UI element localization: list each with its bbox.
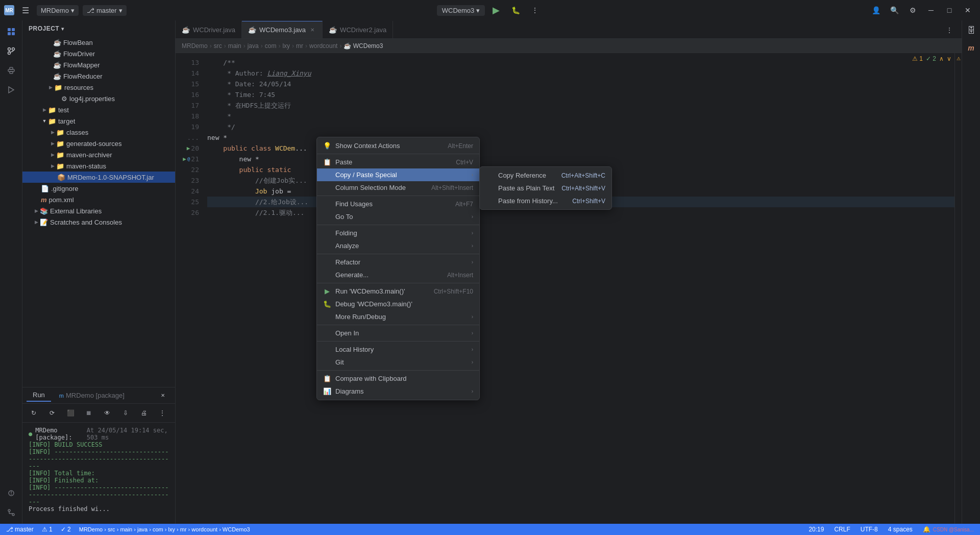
menu-folding[interactable]: Folding ›	[317, 227, 479, 239]
print-icon[interactable]: 🖨	[136, 405, 152, 421]
tab-wcdemo3-close[interactable]: ✕	[309, 27, 316, 34]
status-warnings[interactable]: ✓ 2	[59, 526, 73, 533]
tab-more-icon[interactable]: ⋮	[941, 22, 958, 38]
submenu-copy-reference[interactable]: Copy Reference Ctrl+Alt+Shift+C	[480, 169, 611, 182]
submenu-paste-plain[interactable]: Paste as Plain Text Ctrl+Alt+Shift+V	[480, 182, 611, 194]
scroll-to-end-icon[interactable]: ⇩	[117, 405, 134, 421]
tab-wcdriver2[interactable]: ☕ WCDriver2.java	[323, 21, 393, 38]
minimize-button[interactable]: ─	[923, 2, 939, 18]
tree-item-jar[interactable]: 📦 MRDemo-1.0-SNAPSHOT.jar	[22, 172, 175, 183]
code-content[interactable]: /** * Author: Liang_Xinyu * Date: 24/05/…	[201, 53, 962, 524]
breadcrumb-com[interactable]: com	[265, 42, 277, 50]
status-branch[interactable]: ⎇ master	[4, 526, 36, 533]
status-line-ending[interactable]: CRLF	[832, 526, 852, 533]
status-errors[interactable]: ⚠ 1	[40, 526, 55, 533]
tree-item-log4j[interactable]: ⚙ log4j.properties	[22, 93, 175, 104]
status-encoding[interactable]: UTF-8	[859, 526, 880, 533]
menu-copy-paste-special[interactable]: Copy / Paste Special › Copy Reference Ct…	[317, 168, 479, 181]
run-tab[interactable]: Run	[27, 389, 51, 402]
menu-refactor[interactable]: Refactor ›	[317, 256, 479, 269]
activity-run-icon[interactable]	[2, 81, 20, 99]
status-indent[interactable]: 4 spaces	[886, 526, 915, 533]
activity-plugins-icon[interactable]	[2, 61, 20, 80]
tree-item-target[interactable]: ▼ 📁 target	[22, 115, 175, 127]
profile-icon[interactable]: 👤	[868, 2, 884, 18]
menu-git[interactable]: Git ›	[317, 356, 479, 369]
menu-paste[interactable]: 📋 Paste Ctrl+V	[317, 156, 479, 168]
breadcrumb-java[interactable]: java	[248, 42, 259, 50]
tree-item-generated-sources[interactable]: ▶ 📁 generated-sources	[22, 138, 175, 149]
tree-item-flowdriver[interactable]: ☕ FlowDriver	[22, 48, 175, 59]
project-selector[interactable]: MRDemo ▾	[37, 5, 79, 16]
menu-show-context-actions[interactable]: 💡 Show Context Actions Alt+Enter	[317, 139, 479, 152]
activity-vcs-icon[interactable]	[2, 42, 20, 60]
toggle-output-icon[interactable]: 👁	[99, 405, 115, 421]
more-actions-button[interactable]: ⋮	[527, 2, 543, 18]
settings-button[interactable]: ⚙	[904, 2, 921, 18]
tree-item-flowmapper[interactable]: ☕ FlowMapper	[22, 59, 175, 70]
breadcrumb-src[interactable]: src	[214, 42, 222, 50]
breadcrumb-mrdemo[interactable]: MRDemo	[182, 42, 208, 50]
menu-diagrams[interactable]: 📊 Diagrams ›	[317, 385, 479, 398]
rerun-failed-button[interactable]: ⟳	[44, 405, 60, 421]
tree-item-gitignore[interactable]: 📄 .gitignore	[22, 183, 175, 194]
status-breadcrumb[interactable]: MRDemo › src › main › java › com › lxy ›…	[77, 526, 252, 532]
tree-item-resources[interactable]: ▶ 📁 resources	[22, 82, 175, 93]
rerun-button[interactable]: ↻	[26, 405, 42, 421]
tree-item-maven-status[interactable]: ▶ 📁 maven-status	[22, 160, 175, 172]
tab-wcdemo3[interactable]: ☕ WCDemo3.java ✕	[242, 21, 323, 38]
run-button[interactable]: ▶	[488, 2, 504, 18]
menu-analyze[interactable]: Analyze ›	[317, 239, 479, 252]
code-editor[interactable]: 13 14 15 16 17 18 19 ... ▶20 ▶ @21 22 23…	[176, 53, 962, 524]
tree-item-maven-archiver[interactable]: ▶ 📁 maven-archiver	[22, 149, 175, 160]
tree-item-flowbean[interactable]: ☕ FlowBean	[22, 37, 175, 48]
status-notification-icon: 🔔	[923, 526, 930, 533]
breadcrumb-wcdemo3[interactable]: ☕ WCDemo3	[344, 42, 383, 50]
stop-button-2[interactable]: ⏹	[81, 405, 97, 421]
tab-wcdriver[interactable]: ☕ WCDriver.java	[176, 21, 242, 38]
debug-button[interactable]: 🐛	[507, 2, 524, 18]
menu-more-run-debug[interactable]: More Run/Debug ›	[317, 310, 479, 323]
status-branch-icon: ⎇	[6, 526, 13, 533]
branch-selector[interactable]: ⎇ master ▾	[83, 5, 127, 16]
maximize-button[interactable]: □	[941, 2, 958, 18]
menu-go-to[interactable]: Go To ›	[317, 210, 479, 223]
activity-debug-icon[interactable]	[2, 484, 20, 502]
breadcrumb-lxy[interactable]: lxy	[282, 42, 290, 50]
breadcrumb-wordcount[interactable]: wordcount	[309, 42, 337, 50]
more-options-icon[interactable]: ⋮	[154, 405, 170, 421]
database-icon[interactable]: 🗄	[963, 22, 979, 39]
status-line-ending-text: CRLF	[834, 526, 850, 533]
status-notification[interactable]: 🔔 CSDN @Sanisa...	[921, 526, 976, 533]
nav-up[interactable]: ∧	[939, 55, 944, 62]
nav-down[interactable]: ∨	[947, 55, 951, 62]
stop-button[interactable]: ⬛	[62, 405, 79, 421]
tree-item-pom[interactable]: m pom.xml	[22, 194, 175, 205]
tree-item-test[interactable]: ▶ 📁 test	[22, 104, 175, 115]
submenu-paste-history[interactable]: Paste from History... Ctrl+Shift+V	[480, 194, 611, 207]
tree-item-scratches[interactable]: ▶ 📝 Scratches and Consoles	[22, 216, 175, 228]
package-tab[interactable]: m MRDemo [package]	[53, 390, 131, 401]
close-button[interactable]: ✕	[960, 2, 976, 18]
hamburger-button[interactable]: ☰	[18, 3, 33, 17]
run-configuration[interactable]: WCDemo3 ▾	[437, 5, 485, 16]
status-position[interactable]: 20:19	[806, 526, 826, 533]
activity-project-icon[interactable]	[2, 22, 20, 41]
tree-item-classes[interactable]: ▶ 📁 classes	[22, 127, 175, 138]
menu-open-in[interactable]: Open In ›	[317, 327, 479, 339]
breadcrumb-main[interactable]: main	[228, 42, 241, 50]
menu-column-selection[interactable]: Column Selection Mode Alt+Shift+Insert	[317, 181, 479, 194]
menu-generate[interactable]: Generate... Alt+Insert	[317, 269, 479, 281]
tree-item-flowreducer[interactable]: ☕ FlowReducer	[22, 70, 175, 82]
panel-close-btn[interactable]: ✕	[155, 387, 171, 404]
search-button[interactable]: 🔍	[886, 2, 902, 18]
maven-icon[interactable]: m	[963, 40, 979, 56]
menu-run[interactable]: ▶ Run 'WCDemo3.main()' Ctrl+Shift+F10	[317, 285, 479, 298]
menu-debug[interactable]: 🐛 Debug 'WCDemo3.main()'	[317, 298, 479, 310]
breadcrumb-mr[interactable]: mr	[296, 42, 303, 50]
activity-git-icon[interactable]	[2, 503, 20, 522]
menu-find-usages[interactable]: Find Usages Alt+F7	[317, 198, 479, 210]
menu-compare-clipboard[interactable]: 📋 Compare with Clipboard	[317, 372, 479, 385]
tree-item-external-libraries[interactable]: ▶ 📚 External Libraries	[22, 205, 175, 216]
menu-local-history[interactable]: Local History ›	[317, 343, 479, 356]
